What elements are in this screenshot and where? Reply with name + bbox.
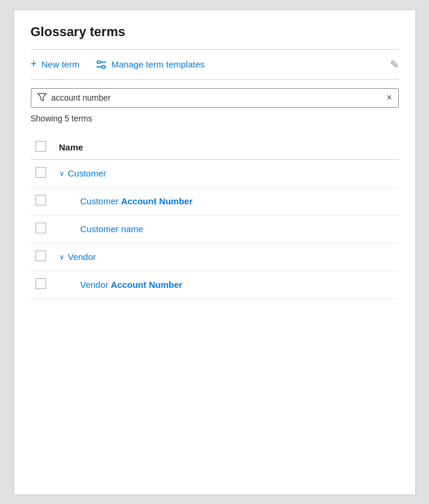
glossary-panel: Glossary terms + New term Manage term te… [14, 9, 416, 495]
term-name-cell: Vendor Account Number [54, 271, 399, 298]
divider-top [31, 49, 399, 50]
manage-templates-button[interactable]: Manage term templates [96, 59, 205, 69]
chevron-down-icon[interactable]: ∨ [59, 253, 64, 261]
row-checkbox[interactable] [36, 278, 46, 289]
row-checkbox-cell [31, 159, 54, 187]
group-label[interactable]: Customer [68, 168, 107, 178]
search-bar: × [31, 88, 399, 108]
table-row: Customer Account Number [31, 187, 399, 215]
row-checkbox-cell [31, 243, 54, 271]
clear-search-button[interactable]: × [386, 93, 392, 102]
svg-point-1 [98, 60, 101, 63]
term-group-customer: ∨ Customer [59, 168, 394, 178]
row-checkbox[interactable] [36, 195, 46, 206]
term-highlight: Account Number [111, 280, 182, 290]
new-term-label: New term [41, 59, 79, 69]
filter-icon [37, 92, 47, 104]
term-link[interactable]: Customer Account Number [80, 196, 193, 206]
term-child: Customer Account Number [59, 196, 394, 207]
term-highlight: Account Number [121, 196, 193, 206]
term-prefix: Customer [80, 196, 121, 206]
header-checkbox-cell [31, 135, 54, 160]
select-all-checkbox[interactable] [36, 141, 46, 152]
row-checkbox[interactable] [36, 167, 46, 178]
search-input[interactable] [51, 93, 382, 102]
table-row: Vendor Account Number [31, 271, 399, 298]
group-label[interactable]: Vendor [68, 252, 96, 262]
table-row: ∨ Vendor [31, 243, 399, 271]
table-row: Customer name [31, 215, 399, 243]
row-checkbox-cell [31, 187, 54, 215]
edit-icon[interactable]: ✎ [390, 58, 399, 71]
new-term-button[interactable]: + New term [31, 58, 80, 70]
divider-search [31, 79, 399, 80]
term-table: Name ∨ Customer [31, 135, 399, 299]
plus-icon: + [31, 58, 37, 70]
term-group-vendor: ∨ Vendor [59, 252, 394, 262]
sliders-icon [96, 60, 107, 69]
term-name-cell: Customer Account Number [54, 187, 399, 215]
table-row: ∨ Customer [31, 159, 399, 187]
term-link[interactable]: Customer name [80, 224, 144, 234]
row-checkbox[interactable] [36, 223, 46, 233]
name-column-header: Name [54, 135, 399, 160]
row-checkbox-cell [31, 215, 54, 243]
term-name-cell: Customer name [54, 215, 399, 243]
row-checkbox-cell [31, 271, 54, 298]
term-child: Customer name [59, 224, 394, 235]
showing-count: Showing 5 terms [31, 114, 399, 123]
term-prefix: Customer name [80, 224, 144, 234]
term-child: Vendor Account Number [59, 280, 394, 290]
svg-point-3 [102, 65, 105, 68]
svg-marker-4 [38, 94, 46, 101]
row-checkbox[interactable] [36, 251, 46, 261]
page-title: Glossary terms [31, 24, 399, 40]
chevron-down-icon[interactable]: ∨ [59, 169, 64, 178]
term-prefix: Vendor [80, 280, 111, 290]
group-name-cell: ∨ Customer [54, 159, 399, 187]
manage-templates-label: Manage term templates [111, 59, 205, 69]
toolbar: + New term Manage term templates ✎ [31, 58, 399, 71]
term-link[interactable]: Vendor Account Number [80, 280, 183, 290]
group-name-cell: ∨ Vendor [54, 243, 399, 271]
